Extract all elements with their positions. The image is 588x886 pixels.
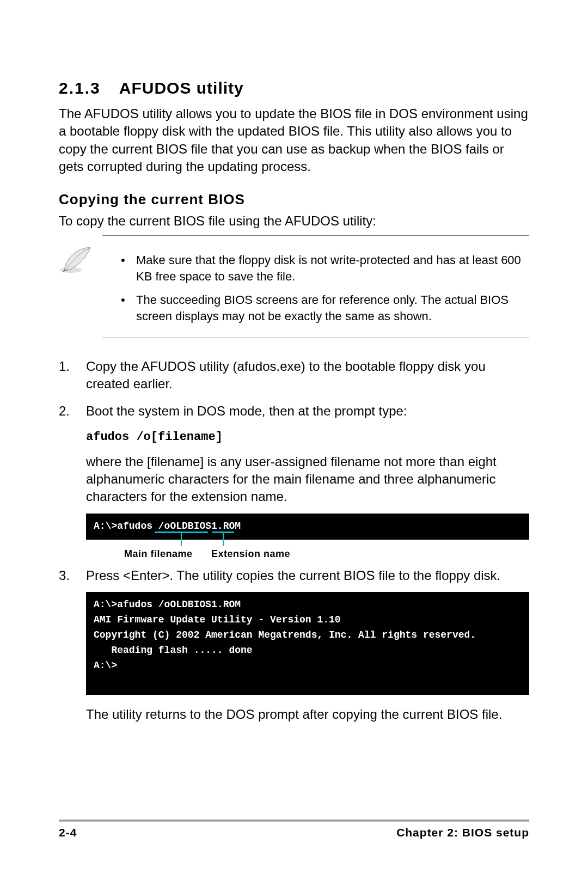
page-content: 2.1.3AFUDOS utility The AFUDOS utility a… (0, 0, 588, 724)
tick-main (181, 533, 182, 546)
terminal-output: A:\>afudos /oOLDBIOS1.ROM AMI Firmware U… (86, 592, 529, 695)
note-divider-top (102, 235, 529, 236)
note-item: The succeeding BIOS screens are for refe… (121, 292, 529, 324)
annotation-main-filename: Main filename (124, 547, 193, 560)
feather-icon (59, 246, 94, 274)
tick-ext (223, 533, 224, 546)
footer-rule (59, 820, 529, 822)
step-item: Copy the AFUDOS utility (afudos.exe) to … (59, 358, 529, 393)
steps-list: Copy the AFUDOS utility (afudos.exe) to … (59, 358, 529, 695)
page-number: 2-4 (59, 826, 77, 839)
intro-paragraph: The AFUDOS utility allows you to update … (59, 105, 529, 176)
command-text: afudos /o[filename] (86, 429, 529, 445)
annotation-extension-name: Extension name (211, 547, 290, 560)
section-heading: 2.1.3AFUDOS utility (59, 79, 529, 97)
section-number: 2.1.3 (59, 79, 101, 97)
note-block: Make sure that the floppy disk is not wr… (59, 242, 529, 338)
section-title: AFUDOS utility (119, 79, 244, 97)
page-footer: 2-4 Chapter 2: BIOS setup (59, 820, 529, 839)
step-text: Copy the AFUDOS utility (afudos.exe) to … (86, 359, 486, 391)
terminal-annotated: A:\>afudos /oOLDBIOS1.ROM Main filename … (86, 514, 529, 540)
subsection-heading: Copying the current BIOS (59, 191, 529, 208)
step-text: Press <Enter>. The utility copies the cu… (86, 568, 500, 583)
subsection-intro: To copy the current BIOS file using the … (59, 212, 529, 230)
step-explain: where the [filename] is any user-assigne… (86, 453, 529, 506)
step-item: Press <Enter>. The utility copies the cu… (59, 567, 529, 695)
outro-paragraph: The utility returns to the DOS prompt af… (59, 706, 529, 723)
terminal-output: A:\>afudos /oOLDBIOS1.ROM (86, 514, 529, 540)
step-item: Boot the system in DOS mode, then at the… (59, 402, 529, 539)
chapter-label: Chapter 2: BIOS setup (396, 826, 529, 839)
note-list: Make sure that the floppy disk is not wr… (102, 242, 529, 338)
note-divider-bottom (102, 338, 529, 338)
step-text: Boot the system in DOS mode, then at the… (86, 404, 407, 418)
note-item: Make sure that the floppy disk is not wr… (121, 252, 529, 284)
